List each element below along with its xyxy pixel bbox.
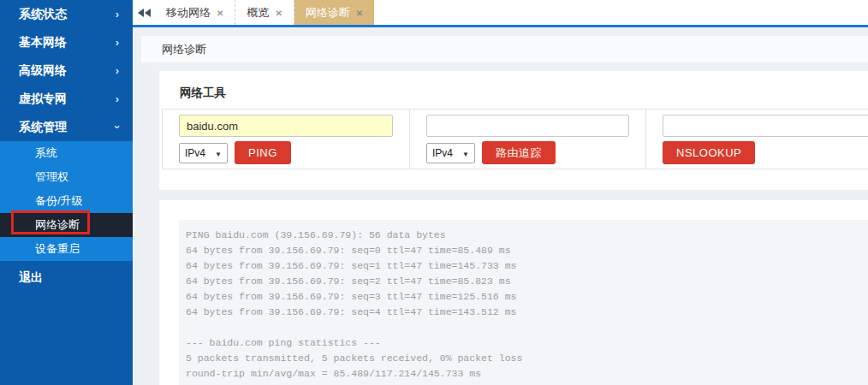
sidebar-item-label: 退出	[19, 270, 43, 286]
page-header: 网络诊断	[141, 36, 868, 62]
sidebar-subitem-label: 备份/升级	[35, 193, 83, 209]
sidebar-item-label: 虚拟专网	[19, 92, 67, 107]
diagnostics-output-card: PING baidu.com (39.156.69.79): 56 data b…	[159, 200, 868, 385]
output-panel: PING baidu.com (39.156.69.79): 56 data b…	[179, 220, 868, 385]
network-tools-card: 网络工具 IPv4 PING IPv4 路由追踪	[159, 71, 868, 190]
collapse-tabs-button[interactable]	[133, 0, 155, 25]
sidebar-subitem-label: 系统	[35, 145, 57, 161]
close-icon[interactable]	[356, 6, 363, 19]
sidebar-item-label: 系统管理	[19, 120, 67, 135]
sidebar-item-logout[interactable]: 退出	[0, 264, 133, 292]
selected-protocol: IPv4	[185, 147, 205, 159]
ping-output: PING baidu.com (39.156.69.79): 56 data b…	[179, 220, 868, 385]
page-title: 网络诊断	[162, 42, 206, 57]
traceroute-host-input[interactable]	[426, 115, 629, 137]
sidebar-subitem-admin[interactable]: 管理权	[0, 165, 133, 189]
sidebar-item-system-status[interactable]: 系统状态	[0, 0, 133, 28]
sidebar-item-label: 系统状态	[19, 7, 67, 22]
tab-bar: 移动网络 概览 网络诊断	[133, 0, 868, 27]
nslookup-tool-cell: NSLOOKUP	[646, 110, 868, 169]
ping-tool-cell: IPv4 PING	[163, 110, 410, 169]
sidebar-item-system-management[interactable]: 系统管理	[0, 113, 133, 141]
sidebar-item-vpn[interactable]: 虚拟专网	[0, 85, 133, 113]
nslookup-host-input[interactable]	[663, 115, 868, 137]
tab-mobile-network[interactable]: 移动网络	[155, 0, 235, 25]
tab-label: 网络诊断	[306, 5, 350, 21]
tab-overview[interactable]: 概览	[235, 0, 294, 25]
sidebar-subitem-device-restart[interactable]: 设备重启	[0, 237, 133, 261]
chevron-right-icon	[116, 65, 119, 76]
tab-label: 概览	[247, 5, 269, 21]
double-chevron-left-icon	[138, 9, 151, 17]
dropdown-arrow-icon	[215, 147, 222, 159]
ping-protocol-select[interactable]: IPv4	[179, 143, 228, 163]
ping-button[interactable]: PING	[235, 141, 291, 164]
sidebar-subitem-label: 设备重启	[35, 241, 80, 257]
traceroute-tool-cell: IPv4 路由追踪	[410, 110, 646, 169]
sidebar-item-label: 高级网络	[19, 63, 67, 79]
ping-host-input[interactable]	[179, 115, 393, 137]
traceroute-protocol-select[interactable]: IPv4	[426, 143, 475, 163]
chevron-right-icon	[116, 37, 119, 48]
tools-heading: 网络工具	[180, 86, 226, 101]
chevron-right-icon	[116, 93, 119, 104]
dropdown-arrow-icon	[462, 147, 469, 159]
sidebar-subitem-system[interactable]: 系统	[0, 141, 133, 165]
sidebar-item-basic-network[interactable]: 基本网络	[0, 28, 133, 56]
selected-protocol: IPv4	[432, 147, 453, 159]
sidebar-subitem-network-diagnostics[interactable]: 网络诊断	[0, 213, 133, 237]
tab-network-diagnostics[interactable]: 网络诊断	[294, 0, 374, 25]
sidebar-subitem-label: 管理权	[35, 169, 68, 185]
chevron-down-icon	[116, 121, 119, 133]
close-icon[interactable]	[217, 6, 223, 19]
sidebar-subitem-backup-upgrade[interactable]: 备份/升级	[0, 189, 133, 213]
close-icon[interactable]	[275, 6, 282, 19]
nslookup-button[interactable]: NSLOOKUP	[663, 141, 755, 164]
chevron-right-icon	[116, 9, 119, 20]
sidebar-submenu: 系统 管理权 备份/升级 网络诊断 设备重启	[0, 141, 133, 261]
sidebar-item-advanced-network[interactable]: 高级网络	[0, 56, 133, 85]
tab-label: 移动网络	[166, 5, 211, 21]
tools-table: IPv4 PING IPv4 路由追踪 NSLOOKUP	[162, 109, 868, 169]
sidebar: 系统状态 基本网络 高级网络 虚拟专网 系统管理 系统 管理权 备份/升级 网络…	[0, 0, 133, 385]
sidebar-subitem-label: 网络诊断	[35, 217, 80, 233]
sidebar-item-label: 基本网络	[19, 35, 67, 50]
traceroute-button[interactable]: 路由追踪	[482, 141, 556, 164]
